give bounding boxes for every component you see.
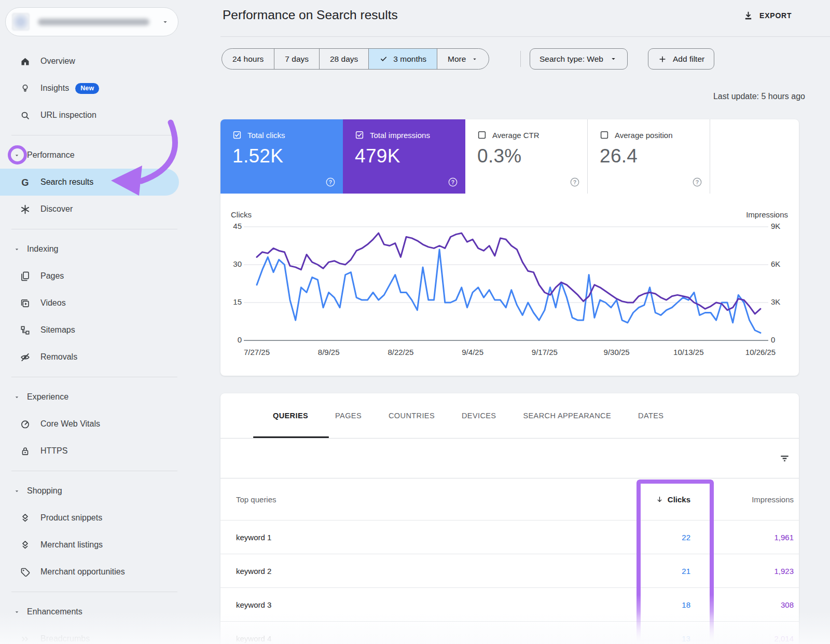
y-tick-right: 6K xyxy=(771,259,780,268)
tag-icon xyxy=(20,567,31,578)
sidebar: OverviewInsightsNewURL inspectionPerform… xyxy=(0,0,188,644)
sidebar-section-experience[interactable]: Experience xyxy=(0,383,188,410)
sidebar-item-label: Pages xyxy=(40,271,64,281)
metric-label: Average position xyxy=(615,131,672,140)
queries-table-card: QUERIESPAGESCOUNTRIESDEVICESSEARCH APPEA… xyxy=(220,393,799,644)
sidebar-item-label: URL inspection xyxy=(40,111,96,120)
help-icon[interactable] xyxy=(691,176,703,188)
metric-cards: Total clicks1.52KTotal impressions479KAv… xyxy=(220,119,799,194)
property-selector[interactable] xyxy=(5,7,178,36)
range-3-months[interactable]: 3 months xyxy=(368,49,437,69)
help-icon[interactable] xyxy=(569,176,580,188)
plus-icon xyxy=(658,54,667,64)
layers-icon xyxy=(20,540,31,551)
metric-card-average-position[interactable]: Average position26.4 xyxy=(588,119,710,194)
metric-head: Average CTR xyxy=(477,130,587,140)
table-header-row: Top queries Clicks Impressions xyxy=(220,478,799,520)
sidebar-item-overview[interactable]: Overview xyxy=(0,48,188,75)
metric-value: 1.52K xyxy=(232,145,343,167)
range-more[interactable]: More xyxy=(437,49,489,69)
header-divider xyxy=(220,36,830,37)
y-tick-right: 3K xyxy=(771,297,780,306)
metric-label: Total impressions xyxy=(370,131,430,140)
sidebar-section-indexing[interactable]: Indexing xyxy=(0,236,188,263)
sidebar-item-discover[interactable]: Discover xyxy=(0,196,188,223)
tab-countries[interactable]: COUNTRIES xyxy=(375,393,448,438)
sidebar-item-https[interactable]: HTTPS xyxy=(0,437,188,464)
tab-search-appearance[interactable]: SEARCH APPEARANCE xyxy=(509,393,625,438)
sidebar-item-product-snippets[interactable]: Product snippets xyxy=(0,504,188,531)
sidebar-section-enhancements[interactable]: Enhancements xyxy=(0,598,188,625)
range-28-days[interactable]: 28 days xyxy=(319,49,368,69)
table-row[interactable]: keyword 2211,923 xyxy=(220,554,799,588)
sidebar-item-videos[interactable]: Videos xyxy=(0,290,188,317)
checkbox-unchecked-icon[interactable] xyxy=(477,130,487,140)
tab-queries[interactable]: QUERIES xyxy=(259,393,322,438)
cell-impressions: 1,923 xyxy=(690,567,799,576)
table-row[interactable]: keyword 1221,961 xyxy=(220,520,799,554)
column-top-queries[interactable]: Top queries xyxy=(220,495,602,504)
sidebar-item-search-results[interactable]: Search results xyxy=(0,169,179,196)
cell-clicks: 21 xyxy=(602,567,690,576)
metric-card-average-ctr[interactable]: Average CTR0.3% xyxy=(465,119,588,194)
metric-card-total-impressions[interactable]: Total impressions479K xyxy=(343,119,465,194)
y-tick-right: 9K xyxy=(771,222,780,230)
sidebar-item-removals[interactable]: Removals xyxy=(0,344,188,371)
sidebar-item-pages[interactable]: Pages xyxy=(0,263,188,290)
y-tick-right: 0 xyxy=(771,335,775,344)
sidebar-item-sitemaps[interactable]: Sitemaps xyxy=(0,317,188,344)
sidebar-item-label: Insights xyxy=(40,84,69,93)
help-icon[interactable] xyxy=(447,176,459,188)
sidebar-section-label: Experience xyxy=(27,392,68,402)
range-7-days[interactable]: 7 days xyxy=(274,49,319,69)
sidebar-section-label: Shopping xyxy=(27,486,62,496)
column-clicks[interactable]: Clicks xyxy=(602,495,690,504)
sidebar-item-label: Discover xyxy=(40,204,73,214)
sidebar-item-label: Breadcrumbs xyxy=(40,634,90,643)
tab-devices[interactable]: DEVICES xyxy=(448,393,509,438)
checkbox-checked-icon[interactable] xyxy=(355,130,364,140)
table-row[interactable]: keyword 318308 xyxy=(220,588,799,622)
sidebar-item-breadcrumbs[interactable]: Breadcrumbs xyxy=(0,625,188,644)
chevron-down-icon xyxy=(13,152,20,159)
metric-head: Total impressions xyxy=(355,130,465,140)
y-tick-left: 0 xyxy=(238,335,242,344)
table-row[interactable]: keyword 4132,014 xyxy=(220,622,799,644)
sidebar-section-label: Performance xyxy=(27,150,75,160)
performance-chart xyxy=(257,221,760,345)
sort-arrow-down-icon xyxy=(655,495,664,504)
sidebar-section-shopping[interactable]: Shopping xyxy=(0,477,188,504)
export-button[interactable]: EXPORT xyxy=(743,8,792,23)
add-filter-button[interactable]: Add filter xyxy=(648,48,714,70)
search-type-filter[interactable]: Search type: Web xyxy=(530,48,628,70)
range-24-hours[interactable]: 24 hours xyxy=(222,49,274,69)
y-tick-left: 45 xyxy=(233,222,242,230)
sidebar-item-core-web-vitals[interactable]: Core Web Vitals xyxy=(0,410,188,437)
cell-query: keyword 2 xyxy=(220,567,602,576)
range-label: 3 months xyxy=(393,54,426,64)
cell-query: keyword 1 xyxy=(220,533,602,542)
sidebar-section-performance[interactable]: Performance xyxy=(0,142,188,169)
search-type-label: Search type: Web xyxy=(540,54,603,64)
sidebar-section-label: Indexing xyxy=(27,244,59,254)
sidebar-divider xyxy=(11,377,177,377)
sidebar-item-label: Merchant opportunities xyxy=(40,567,125,577)
cell-impressions: 1,961 xyxy=(690,533,799,542)
x-tick-label: 7/27/25 xyxy=(244,348,270,357)
sidebar-item-merchant-opportunities[interactable]: Merchant opportunities xyxy=(0,558,188,585)
sidebar-divider xyxy=(11,135,177,135)
series-impressions xyxy=(257,233,760,314)
help-icon[interactable] xyxy=(325,176,336,188)
filter-icon[interactable] xyxy=(779,453,791,464)
sidebar-item-insights[interactable]: InsightsNew xyxy=(0,75,188,102)
sidebar-item-url-inspection[interactable]: URL inspection xyxy=(0,102,188,129)
chevron-down-icon xyxy=(13,488,20,495)
x-tick-label: 9/4/25 xyxy=(462,348,483,357)
column-impressions[interactable]: Impressions xyxy=(690,495,799,504)
tab-dates[interactable]: DATES xyxy=(625,393,677,438)
date-range-group: 24 hours7 days28 days3 monthsMore xyxy=(222,48,489,70)
sidebar-item-merchant-listings[interactable]: Merchant listings xyxy=(0,531,188,558)
tab-pages[interactable]: PAGES xyxy=(322,393,375,438)
x-tick-label: 10/13/25 xyxy=(673,348,703,357)
checkbox-unchecked-icon[interactable] xyxy=(600,130,609,140)
